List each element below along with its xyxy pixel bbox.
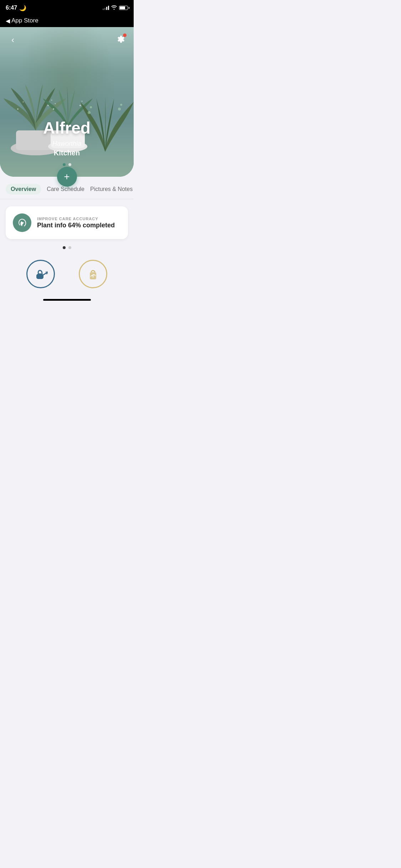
watering-can-icon [34,267,48,281]
svg-point-14 [118,108,121,110]
care-accuracy-card[interactable]: IMPROVE CARE ACCURACY Plant info 64% com… [6,206,128,239]
plant-location: Kitchen [0,149,134,157]
nav-back-bar: ◀ App Store [0,16,134,27]
main-dot-1[interactable] [63,246,66,249]
plant-name: Alfred [0,118,134,138]
leaf-icon-circle [13,213,31,232]
card-text-area: IMPROVE CARE ACCURACY Plant info 64% com… [37,217,121,229]
fertilizer-icon [86,267,100,281]
hero-carousel-dots [0,163,134,166]
back-label[interactable]: App Store [11,17,38,24]
fertilize-action-button[interactable] [79,260,107,288]
wifi-icon [111,5,117,11]
svg-point-2 [17,108,19,110]
status-icons [103,5,128,11]
back-button[interactable]: ‹ [6,33,20,47]
plant-species: Haworthia [0,140,134,148]
leaf-icon [17,218,27,228]
svg-point-15 [120,104,122,106]
svg-point-3 [23,102,24,103]
battery-icon [119,6,128,10]
care-card-title: Plant info 64% completed [37,222,121,229]
svg-rect-17 [36,274,43,279]
signal-icon [103,6,109,10]
care-card-subtitle: IMPROVE CARE ACCURACY [37,217,121,221]
back-arrow-icon: ◀ [6,17,10,24]
hero-dot-2[interactable] [68,163,71,166]
time-display: 6:47 [6,5,17,11]
settings-button[interactable] [114,33,128,47]
moon-icon: 🌙 [19,5,26,11]
svg-point-13 [90,106,92,108]
svg-line-19 [47,272,48,274]
status-bar: 6:47 🌙 [0,0,134,16]
cards-area: IMPROVE CARE ACCURACY Plant info 64% com… [0,199,134,239]
fab-container: + [0,167,134,187]
bottom-icons-row [0,249,134,295]
add-action-button[interactable]: + [57,167,77,187]
notification-badge [123,33,127,37]
main-dot-2[interactable] [68,246,71,249]
home-bar [43,299,91,301]
svg-point-12 [88,111,91,114]
home-indicator [0,295,134,304]
water-action-button[interactable] [26,260,55,288]
hero-dot-1[interactable] [63,163,66,166]
fab-plus-icon: + [64,172,70,182]
svg-point-8 [53,108,54,110]
main-carousel-dots [0,246,134,249]
hero-section: ‹ Alfred Haworthia Kitchen + [0,27,134,177]
hero-image: ‹ Alfred Haworthia Kitchen [0,27,134,177]
svg-point-9 [55,103,56,104]
status-time: 6:47 🌙 [6,5,26,11]
